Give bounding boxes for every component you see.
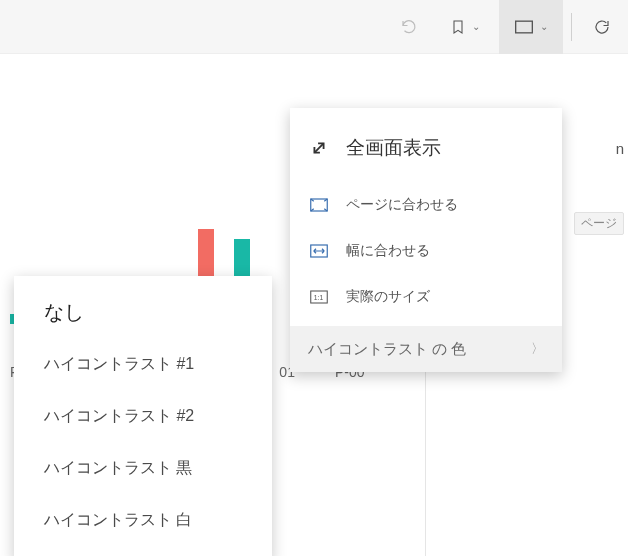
right-pane-fragment: n (616, 140, 624, 157)
svg-rect-0 (516, 21, 533, 33)
view-menu: 全画面表示 ページに合わせる 幅に合わせる (290, 108, 562, 372)
view-dropdown[interactable]: ⌄ (499, 0, 563, 54)
menu-label: ハイコントラスト の 色 (308, 340, 466, 359)
undo-button[interactable] (387, 0, 431, 54)
menu-label: 幅に合わせる (346, 242, 430, 260)
menu-label: ハイコントラスト #2 (44, 406, 194, 427)
menu-label: 全画面表示 (346, 135, 441, 161)
menu-actual-size[interactable]: 1:1 実際のサイズ (290, 274, 562, 320)
refresh-icon (593, 18, 611, 36)
chevron-right-icon: 〉 (531, 340, 544, 358)
menu-high-contrast[interactable]: ハイコントラスト の 色 〉 (290, 326, 562, 372)
bookmark-icon (450, 17, 466, 37)
submenu-hc2[interactable]: ハイコントラスト #2 (14, 390, 272, 442)
bookmark-dropdown[interactable]: ⌄ (433, 0, 497, 54)
chevron-down-icon: ⌄ (472, 21, 480, 32)
view-rect-icon (514, 19, 534, 35)
menu-label: ページに合わせる (346, 196, 458, 214)
toolbar: ⌄ ⌄ (0, 0, 628, 54)
menu-label: 実際のサイズ (346, 288, 430, 306)
submenu-hc-white[interactable]: ハイコントラスト 白 (14, 494, 272, 546)
fullscreen-icon (308, 137, 330, 159)
fit-page-icon (310, 198, 328, 212)
svg-text:1:1: 1:1 (314, 294, 324, 301)
menu-label: なし (44, 299, 84, 326)
menu-label: ハイコントラスト 白 (44, 510, 192, 531)
submenu-hc1[interactable]: ハイコントラスト #1 (14, 338, 272, 390)
report-surface: P 01 P-00 n ページ 全画面表示 ページに合 (0, 54, 628, 556)
high-contrast-submenu: なし ハイコントラスト #1 ハイコントラスト #2 ハイコントラスト 黒 ハイ… (14, 276, 272, 556)
submenu-hc-black[interactable]: ハイコントラスト 黒 (14, 442, 272, 494)
menu-fit-width[interactable]: 幅に合わせる (290, 228, 562, 274)
toolbar-separator (571, 13, 572, 41)
menu-label: ハイコントラスト #1 (44, 354, 194, 375)
page-indicator: ページ (574, 212, 624, 235)
chevron-down-icon: ⌄ (540, 21, 548, 32)
menu-fullscreen[interactable]: 全画面表示 (290, 114, 562, 182)
menu-label: ハイコントラスト 黒 (44, 458, 192, 479)
refresh-button[interactable] (580, 0, 624, 54)
menu-fit-page[interactable]: ページに合わせる (290, 182, 562, 228)
submenu-none[interactable]: なし (14, 286, 272, 338)
undo-icon (400, 18, 418, 36)
fit-width-icon (310, 244, 328, 258)
actual-size-icon: 1:1 (310, 290, 328, 304)
